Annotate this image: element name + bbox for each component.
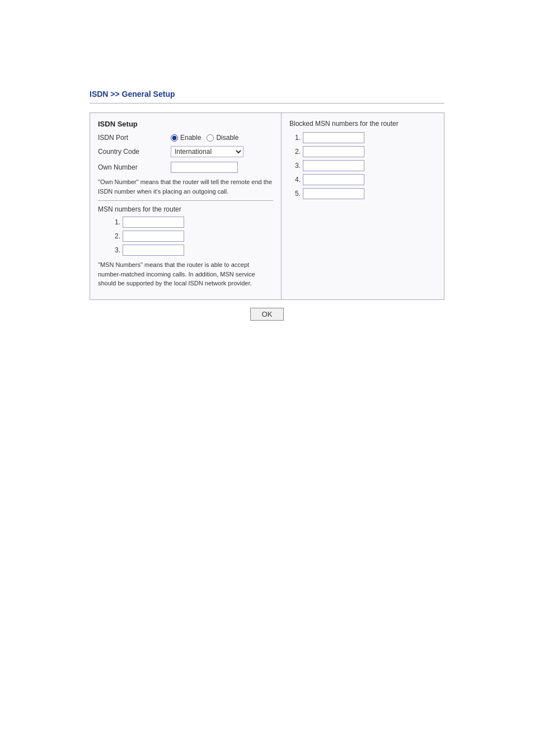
blocked-row-4: 4. <box>289 174 436 185</box>
isdn-port-row: ISDN Port Enable Disable <box>98 134 273 142</box>
disable-label-text: Disable <box>216 134 238 142</box>
enable-radio-label[interactable]: Enable <box>171 134 201 142</box>
msn-number-2-label: 2. <box>109 232 120 240</box>
msn-row-2: 2. <box>109 231 273 242</box>
title-divider <box>90 103 444 104</box>
blocked-number-5-label: 5. <box>289 190 301 198</box>
right-panel: Blocked MSN numbers for the router 1. 2.… <box>282 113 444 299</box>
msn-info: "MSN Numbers" means that the router is a… <box>98 260 273 288</box>
country-code-select[interactable]: International Germany UK France Other <box>171 146 243 157</box>
msn-input-2[interactable] <box>123 231 184 242</box>
own-number-label: Own Number <box>98 163 171 171</box>
country-code-row: Country Code International Germany UK Fr… <box>98 146 273 157</box>
blocked-msn-label: Blocked MSN numbers for the router <box>289 120 436 128</box>
setup-section-title: ISDN Setup <box>98 120 273 128</box>
own-number-input[interactable] <box>171 162 238 173</box>
blocked-row-3: 3. <box>289 160 436 171</box>
enable-label-text: Enable <box>180 134 201 142</box>
blocked-row-5: 5. <box>289 188 436 199</box>
setup-box: ISDN Setup ISDN Port Enable Disable <box>90 112 444 300</box>
blocked-number-3-label: 3. <box>289 162 301 170</box>
blocked-input-5[interactable] <box>303 188 364 199</box>
blocked-row-2: 2. <box>289 146 436 157</box>
disable-radio[interactable] <box>207 134 214 142</box>
msn-section-title: MSN numbers for the router <box>98 205 273 213</box>
msn-row-1: 1. <box>109 217 273 228</box>
left-panel: ISDN Setup ISDN Port Enable Disable <box>90 113 282 299</box>
own-number-row: Own Number <box>98 162 273 173</box>
country-code-label: Country Code <box>98 148 171 156</box>
blocked-input-1[interactable] <box>303 132 364 143</box>
blocked-input-3[interactable] <box>303 160 364 171</box>
section-divider <box>98 200 273 201</box>
enable-radio[interactable] <box>171 134 178 142</box>
blocked-number-1-label: 1. <box>289 134 301 142</box>
blocked-input-2[interactable] <box>303 146 364 157</box>
ok-button[interactable]: OK <box>250 308 284 321</box>
blocked-number-2-label: 2. <box>289 148 301 156</box>
isdn-port-radio-group: Enable Disable <box>171 134 238 142</box>
own-number-info: "Own Number" means that the router will … <box>98 177 273 196</box>
blocked-input-4[interactable] <box>303 174 364 185</box>
blocked-row-1: 1. <box>289 132 436 143</box>
blocked-number-4-label: 4. <box>289 176 301 184</box>
msn-number-1-label: 1. <box>109 218 120 226</box>
msn-number-3-label: 3. <box>109 246 120 254</box>
msn-row-3: 3. <box>109 245 273 256</box>
isdn-port-label: ISDN Port <box>98 134 171 142</box>
msn-input-3[interactable] <box>123 245 184 256</box>
page-title: ISDN >> General Setup <box>90 90 444 98</box>
disable-radio-label[interactable]: Disable <box>207 134 238 142</box>
msn-input-1[interactable] <box>123 217 184 228</box>
ok-row: OK <box>90 308 444 321</box>
